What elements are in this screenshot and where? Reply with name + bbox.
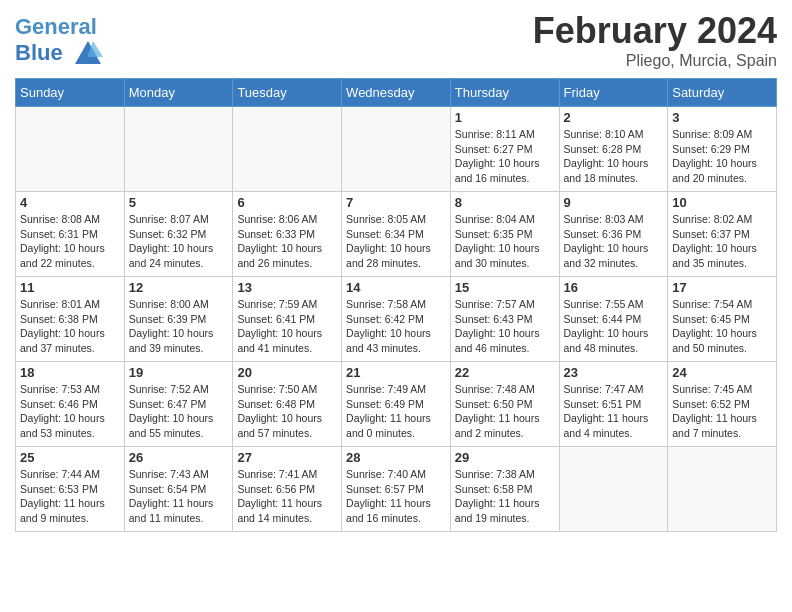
day-info: Sunrise: 7:49 AMSunset: 6:49 PMDaylight:… xyxy=(346,382,446,441)
calendar-cell: 17Sunrise: 7:54 AMSunset: 6:45 PMDayligh… xyxy=(668,277,777,362)
day-info: Sunrise: 7:44 AMSunset: 6:53 PMDaylight:… xyxy=(20,467,120,526)
day-info: Sunrise: 7:58 AMSunset: 6:42 PMDaylight:… xyxy=(346,297,446,356)
calendar-cell: 20Sunrise: 7:50 AMSunset: 6:48 PMDayligh… xyxy=(233,362,342,447)
day-number: 4 xyxy=(20,195,120,210)
day-info: Sunrise: 8:11 AMSunset: 6:27 PMDaylight:… xyxy=(455,127,555,186)
calendar-cell: 26Sunrise: 7:43 AMSunset: 6:54 PMDayligh… xyxy=(124,447,233,532)
calendar-cell xyxy=(124,107,233,192)
week-row-0: 1Sunrise: 8:11 AMSunset: 6:27 PMDaylight… xyxy=(16,107,777,192)
day-info: Sunrise: 8:10 AMSunset: 6:28 PMDaylight:… xyxy=(564,127,664,186)
day-number: 5 xyxy=(129,195,229,210)
calendar-cell xyxy=(559,447,668,532)
day-info: Sunrise: 7:40 AMSunset: 6:57 PMDaylight:… xyxy=(346,467,446,526)
calendar-cell: 1Sunrise: 8:11 AMSunset: 6:27 PMDaylight… xyxy=(450,107,559,192)
weekday-header-wednesday: Wednesday xyxy=(342,79,451,107)
title-block: February 2024 Pliego, Murcia, Spain xyxy=(533,10,777,70)
weekday-header-monday: Monday xyxy=(124,79,233,107)
day-number: 12 xyxy=(129,280,229,295)
calendar-cell: 29Sunrise: 7:38 AMSunset: 6:58 PMDayligh… xyxy=(450,447,559,532)
weekday-header-row: SundayMondayTuesdayWednesdayThursdayFrid… xyxy=(16,79,777,107)
calendar-cell: 15Sunrise: 7:57 AMSunset: 6:43 PMDayligh… xyxy=(450,277,559,362)
calendar-cell: 4Sunrise: 8:08 AMSunset: 6:31 PMDaylight… xyxy=(16,192,125,277)
calendar-cell: 8Sunrise: 8:04 AMSunset: 6:35 PMDaylight… xyxy=(450,192,559,277)
day-number: 7 xyxy=(346,195,446,210)
calendar-cell: 23Sunrise: 7:47 AMSunset: 6:51 PMDayligh… xyxy=(559,362,668,447)
logo-text: General xyxy=(15,15,103,39)
day-number: 20 xyxy=(237,365,337,380)
day-info: Sunrise: 7:55 AMSunset: 6:44 PMDaylight:… xyxy=(564,297,664,356)
day-number: 21 xyxy=(346,365,446,380)
day-info: Sunrise: 8:04 AMSunset: 6:35 PMDaylight:… xyxy=(455,212,555,271)
day-info: Sunrise: 7:47 AMSunset: 6:51 PMDaylight:… xyxy=(564,382,664,441)
calendar-cell: 10Sunrise: 8:02 AMSunset: 6:37 PMDayligh… xyxy=(668,192,777,277)
day-number: 22 xyxy=(455,365,555,380)
day-number: 2 xyxy=(564,110,664,125)
day-info: Sunrise: 7:50 AMSunset: 6:48 PMDaylight:… xyxy=(237,382,337,441)
day-number: 16 xyxy=(564,280,664,295)
day-number: 26 xyxy=(129,450,229,465)
day-number: 18 xyxy=(20,365,120,380)
calendar-cell: 25Sunrise: 7:44 AMSunset: 6:53 PMDayligh… xyxy=(16,447,125,532)
day-number: 28 xyxy=(346,450,446,465)
day-number: 19 xyxy=(129,365,229,380)
location: Pliego, Murcia, Spain xyxy=(533,52,777,70)
day-number: 24 xyxy=(672,365,772,380)
calendar-cell xyxy=(342,107,451,192)
calendar-cell: 2Sunrise: 8:10 AMSunset: 6:28 PMDaylight… xyxy=(559,107,668,192)
day-info: Sunrise: 7:53 AMSunset: 6:46 PMDaylight:… xyxy=(20,382,120,441)
day-info: Sunrise: 7:59 AMSunset: 6:41 PMDaylight:… xyxy=(237,297,337,356)
calendar-cell: 6Sunrise: 8:06 AMSunset: 6:33 PMDaylight… xyxy=(233,192,342,277)
day-info: Sunrise: 7:52 AMSunset: 6:47 PMDaylight:… xyxy=(129,382,229,441)
week-row-2: 11Sunrise: 8:01 AMSunset: 6:38 PMDayligh… xyxy=(16,277,777,362)
calendar-cell: 5Sunrise: 8:07 AMSunset: 6:32 PMDaylight… xyxy=(124,192,233,277)
day-number: 11 xyxy=(20,280,120,295)
month-title: February 2024 xyxy=(533,10,777,52)
calendar-table: SundayMondayTuesdayWednesdayThursdayFrid… xyxy=(15,78,777,532)
calendar-cell: 11Sunrise: 8:01 AMSunset: 6:38 PMDayligh… xyxy=(16,277,125,362)
day-number: 3 xyxy=(672,110,772,125)
day-info: Sunrise: 8:09 AMSunset: 6:29 PMDaylight:… xyxy=(672,127,772,186)
logo: General Blue xyxy=(15,15,103,69)
day-number: 27 xyxy=(237,450,337,465)
day-info: Sunrise: 7:45 AMSunset: 6:52 PMDaylight:… xyxy=(672,382,772,441)
calendar-cell xyxy=(233,107,342,192)
weekday-header-friday: Friday xyxy=(559,79,668,107)
calendar-cell: 22Sunrise: 7:48 AMSunset: 6:50 PMDayligh… xyxy=(450,362,559,447)
day-info: Sunrise: 7:41 AMSunset: 6:56 PMDaylight:… xyxy=(237,467,337,526)
day-info: Sunrise: 8:01 AMSunset: 6:38 PMDaylight:… xyxy=(20,297,120,356)
day-info: Sunrise: 8:03 AMSunset: 6:36 PMDaylight:… xyxy=(564,212,664,271)
day-number: 23 xyxy=(564,365,664,380)
calendar-cell: 21Sunrise: 7:49 AMSunset: 6:49 PMDayligh… xyxy=(342,362,451,447)
day-number: 15 xyxy=(455,280,555,295)
day-number: 9 xyxy=(564,195,664,210)
calendar-cell: 9Sunrise: 8:03 AMSunset: 6:36 PMDaylight… xyxy=(559,192,668,277)
calendar-cell: 19Sunrise: 7:52 AMSunset: 6:47 PMDayligh… xyxy=(124,362,233,447)
calendar-cell xyxy=(16,107,125,192)
day-info: Sunrise: 8:02 AMSunset: 6:37 PMDaylight:… xyxy=(672,212,772,271)
day-number: 17 xyxy=(672,280,772,295)
calendar-cell: 12Sunrise: 8:00 AMSunset: 6:39 PMDayligh… xyxy=(124,277,233,362)
day-info: Sunrise: 7:48 AMSunset: 6:50 PMDaylight:… xyxy=(455,382,555,441)
weekday-header-thursday: Thursday xyxy=(450,79,559,107)
day-info: Sunrise: 7:43 AMSunset: 6:54 PMDaylight:… xyxy=(129,467,229,526)
day-info: Sunrise: 8:06 AMSunset: 6:33 PMDaylight:… xyxy=(237,212,337,271)
calendar-cell: 14Sunrise: 7:58 AMSunset: 6:42 PMDayligh… xyxy=(342,277,451,362)
week-row-4: 25Sunrise: 7:44 AMSunset: 6:53 PMDayligh… xyxy=(16,447,777,532)
day-info: Sunrise: 7:38 AMSunset: 6:58 PMDaylight:… xyxy=(455,467,555,526)
calendar-cell xyxy=(668,447,777,532)
calendar-cell: 3Sunrise: 8:09 AMSunset: 6:29 PMDaylight… xyxy=(668,107,777,192)
calendar-cell: 16Sunrise: 7:55 AMSunset: 6:44 PMDayligh… xyxy=(559,277,668,362)
day-number: 25 xyxy=(20,450,120,465)
calendar-cell: 27Sunrise: 7:41 AMSunset: 6:56 PMDayligh… xyxy=(233,447,342,532)
calendar-cell: 13Sunrise: 7:59 AMSunset: 6:41 PMDayligh… xyxy=(233,277,342,362)
week-row-1: 4Sunrise: 8:08 AMSunset: 6:31 PMDaylight… xyxy=(16,192,777,277)
day-info: Sunrise: 8:08 AMSunset: 6:31 PMDaylight:… xyxy=(20,212,120,271)
day-info: Sunrise: 7:54 AMSunset: 6:45 PMDaylight:… xyxy=(672,297,772,356)
weekday-header-tuesday: Tuesday xyxy=(233,79,342,107)
day-number: 14 xyxy=(346,280,446,295)
day-info: Sunrise: 7:57 AMSunset: 6:43 PMDaylight:… xyxy=(455,297,555,356)
calendar-cell: 18Sunrise: 7:53 AMSunset: 6:46 PMDayligh… xyxy=(16,362,125,447)
day-number: 10 xyxy=(672,195,772,210)
logo-text-blue: Blue xyxy=(15,39,103,69)
weekday-header-sunday: Sunday xyxy=(16,79,125,107)
